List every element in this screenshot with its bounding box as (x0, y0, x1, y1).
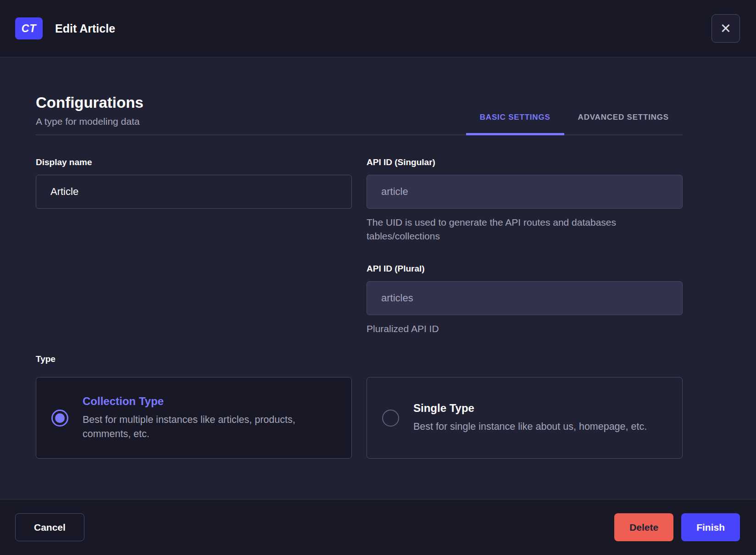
radio-unselected-icon[interactable] (382, 410, 399, 427)
display-name-field: Display name (36, 157, 352, 209)
type-option-single-type[interactable]: Single Type Best for single instance lik… (367, 377, 683, 459)
page-title: Configurations (36, 94, 144, 111)
type-option-content: Single Type Best for single instance lik… (413, 402, 647, 434)
footer-actions: Delete Finish (614, 513, 740, 541)
modal-body: Configurations A type for modeling data … (0, 57, 756, 499)
close-button[interactable]: ✕ (712, 14, 740, 43)
settings-tabs: BASIC SETTINGS ADVANCED SETTINGS (466, 113, 683, 134)
api-id-singular-hint: The UID is used to generate the API rout… (367, 216, 683, 244)
type-options: Collection Type Best for multiple instan… (36, 377, 683, 459)
cancel-button[interactable]: Cancel (15, 513, 84, 541)
modal-header: CT Edit Article ✕ (0, 0, 756, 57)
form-column-left: Display name (36, 157, 352, 336)
api-id-singular-label: API ID (Singular) (367, 157, 683, 167)
type-option-title: Single Type (413, 402, 647, 415)
modal-footer: Cancel Delete Finish (0, 499, 756, 555)
edit-article-modal: CT Edit Article ✕ Configurations A type … (0, 0, 756, 555)
type-section: Type Collection Type Best for multiple i… (36, 354, 683, 459)
content-type-badge-label: CT (22, 22, 37, 35)
type-option-content: Collection Type Best for multiple instan… (83, 395, 338, 441)
delete-button[interactable]: Delete (614, 513, 673, 541)
type-option-description: Best for multiple instances like article… (83, 413, 338, 441)
tab-advanced-settings[interactable]: ADVANCED SETTINGS (564, 113, 683, 135)
page-subtitle: A type for modeling data (36, 116, 144, 127)
type-label: Type (36, 354, 683, 364)
type-option-collection-type[interactable]: Collection Type Best for multiple instan… (36, 377, 352, 459)
form-column-right: API ID (Singular) The UID is used to gen… (367, 157, 683, 336)
modal-title: Edit Article (55, 22, 115, 35)
api-id-singular-field: API ID (Singular) The UID is used to gen… (367, 157, 683, 244)
type-option-description: Best for single instance like about us, … (413, 420, 647, 434)
type-option-title: Collection Type (83, 395, 338, 408)
configuration-form: Display name API ID (Singular) The UID i… (36, 157, 683, 336)
api-id-singular-input[interactable] (367, 175, 683, 209)
tab-basic-settings[interactable]: BASIC SETTINGS (466, 113, 564, 135)
display-name-input[interactable] (36, 175, 352, 209)
api-id-plural-field: API ID (Plural) Pluralized API ID (367, 264, 683, 336)
display-name-label: Display name (36, 157, 352, 167)
finish-button[interactable]: Finish (681, 513, 740, 541)
intro-row: Configurations A type for modeling data … (36, 94, 683, 135)
radio-selected-icon[interactable] (51, 410, 68, 427)
content-type-badge: CT (15, 17, 43, 39)
intro-text: Configurations A type for modeling data (36, 94, 144, 134)
api-id-plural-hint: Pluralized API ID (367, 322, 683, 336)
api-id-plural-input[interactable] (367, 281, 683, 315)
close-icon: ✕ (720, 22, 731, 35)
api-id-plural-label: API ID (Plural) (367, 264, 683, 274)
